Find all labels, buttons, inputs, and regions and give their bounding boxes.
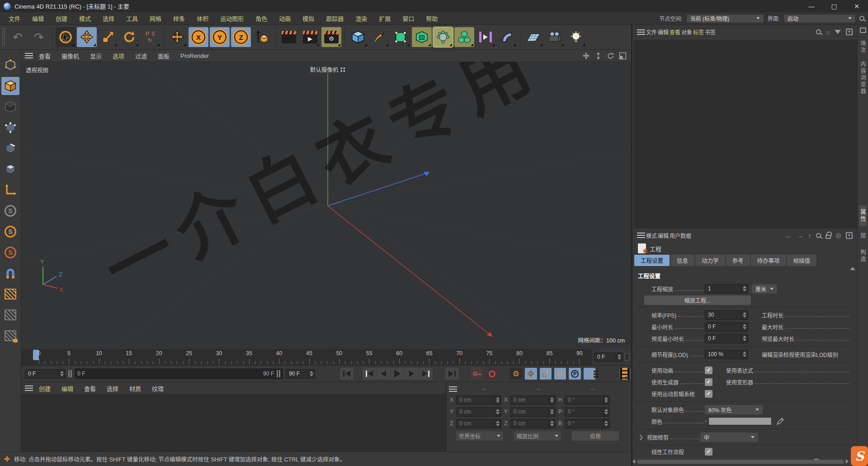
toggle-panel-icon[interactable] [619,52,627,60]
tab-info[interactable]: 信息 [670,255,694,266]
field-button[interactable] [476,27,495,47]
mat-menu-view[interactable]: 查看 [79,384,101,393]
linear-workflow-checkbox[interactable] [705,448,712,456]
record-rotation-toggle[interactable] [554,368,566,380]
mat-menu-create[interactable]: 创建 [34,384,56,393]
back-arrow-icon[interactable]: ← [785,232,792,239]
next-frame-button[interactable] [405,368,419,380]
record-objects-button[interactable] [471,368,483,380]
am-menu-edit[interactable]: 编辑 [658,232,669,239]
materials-hamburger-icon[interactable] [25,385,33,391]
scroll-left-icon[interactable] [632,459,635,464]
play-button[interactable] [391,368,405,380]
search-icon[interactable] [816,29,821,34]
lock-workplane-button[interactable] [1,327,19,345]
tab-attributes[interactable]: 属性 [859,205,867,226]
vp-menu-view[interactable]: 查看 [34,52,56,60]
am-menu-mode[interactable]: 模式 [646,232,657,239]
rotation-header[interactable]: -- [570,386,615,392]
make-editable-button[interactable] [1,56,19,74]
menu-tools[interactable]: 工具 [120,14,144,23]
search-icon[interactable] [816,233,821,238]
render-view-button[interactable] [279,27,299,47]
range-end-grip[interactable] [277,370,280,377]
volume-button[interactable] [454,27,474,47]
scroll-up-icon[interactable] [850,267,855,270]
close-button[interactable]: ✕ [845,0,868,12]
undo-button[interactable]: ↶ [8,27,28,47]
coords-hamburger-icon[interactable] [449,386,457,392]
ruler-mini-box[interactable] [625,353,629,361]
menu-tracker[interactable]: 跟踪器 [320,14,349,23]
attribute-hscrollbar[interactable] [632,458,849,465]
end-frame-field[interactable]: 90 F [286,369,315,379]
vp-menu-options[interactable]: 选项 [108,52,129,60]
filter-funnel-icon[interactable] [835,30,841,34]
color-swatch[interactable] [708,417,772,425]
render-settings-button[interactable]: ⚙ [321,27,341,47]
expand-arrow-icon[interactable]: › [705,418,707,424]
tab-dynamics[interactable]: 动力学 [695,255,725,266]
interface-select[interactable]: 启动 [783,14,856,23]
tab-content-browser[interactable]: 内容浏览器 [859,57,867,99]
points-mode-button[interactable] [1,119,19,137]
minimize-button[interactable]: — [800,0,823,12]
go-to-start-button[interactable] [340,368,354,380]
eyedropper-icon[interactable] [776,417,784,425]
rot-b-field[interactable]: 0 ° [565,419,610,428]
lock-icon[interactable] [826,235,831,239]
rot-p-field[interactable]: 0 ° [565,407,610,417]
dolly-view-icon[interactable] [594,52,602,60]
object-list[interactable] [634,39,857,228]
menu-mode[interactable]: 模式 [73,14,97,23]
viewport-canvas[interactable]: Y Z X 一介白衣专用 透视视图 默认摄像机 网格间距：100 cm [21,62,631,349]
range-grip[interactable] [68,370,72,377]
menu-help[interactable]: 帮助 [420,14,443,23]
texture-mode-button[interactable] [1,98,19,116]
orbit-view-icon[interactable] [607,52,614,60]
size-x-field[interactable]: 0 cm [510,395,556,405]
workplane-button[interactable] [1,285,19,303]
previous-key-button[interactable] [363,368,377,380]
search-icon[interactable] [859,16,864,21]
spinner-icon[interactable] [58,370,65,378]
lock-x-axis-button[interactable]: X [189,27,208,47]
ruler-frame-field[interactable]: 0 F [594,352,623,362]
add-cube-button[interactable] [348,27,368,47]
tab-takes[interactable]: 场次 [859,37,867,57]
om-hamburger-icon[interactable] [637,29,645,35]
planar-workplane-button[interactable] [1,306,19,324]
om-menu-tags[interactable]: 标签 [693,28,704,36]
om-menu-file[interactable]: 文件 [646,28,657,36]
om-menu-edit[interactable]: 编辑 [658,28,669,36]
viewport-solo-hierarchy-button[interactable]: S [1,243,19,262]
menu-simulate[interactable]: 模拟 [297,14,320,23]
am-menu-userdata[interactable]: 用户数据 [670,232,691,239]
rot-h-field[interactable]: 0 ° [565,395,610,405]
model-mode-button[interactable] [1,77,19,95]
floor-button[interactable] [524,27,543,47]
vp-menu-prorender[interactable]: ProRender [175,52,214,59]
keyframe-settings-button[interactable]: ⚙ [510,368,522,380]
maximize-button[interactable]: ▢ [823,0,845,12]
tab-structure[interactable]: 构造 [859,246,867,266]
autokey-button[interactable] [486,368,498,380]
record-position-toggle[interactable] [525,368,537,380]
spinner-icon[interactable] [308,370,315,378]
node-space-select[interactable]: 当前 (标准/物理) [686,14,764,23]
scroll-right-icon[interactable] [846,459,849,464]
coordinate-system-button[interactable] [252,27,272,47]
tab-keyframe[interactable]: 帧插值 [787,255,817,266]
generator-button[interactable] [412,27,432,47]
go-to-end-button[interactable] [445,368,459,380]
use-generators-checkbox[interactable] [705,378,712,386]
render-to-picture-viewer-button[interactable]: ▶ [300,27,320,47]
light-button[interactable] [566,27,586,47]
mat-menu-material[interactable]: 材质 [124,384,146,393]
move-global-button[interactable] [167,27,187,47]
rotate-tool-button[interactable] [119,27,139,47]
target-icon[interactable]: ◎ [835,231,841,239]
viewport-solo-off-button[interactable]: S [1,202,19,220]
pan-view-icon[interactable] [582,52,590,60]
min-time-field[interactable]: 0 F [705,322,748,332]
